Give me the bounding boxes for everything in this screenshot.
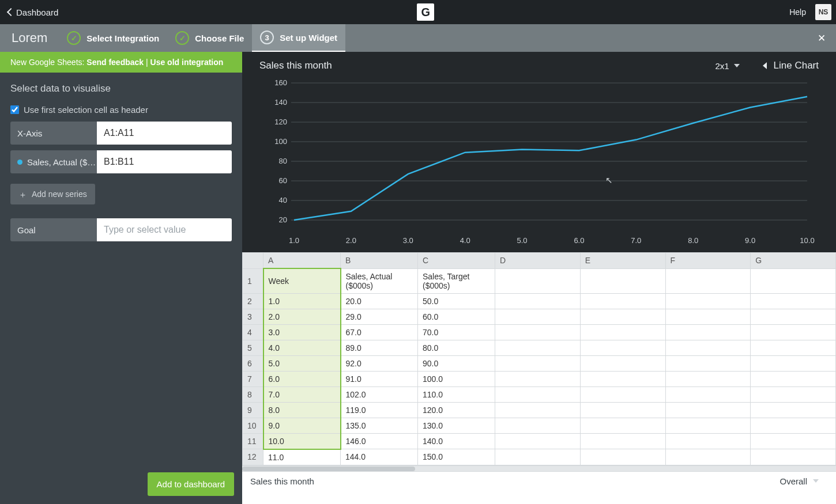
cell[interactable]: 4.0 xyxy=(263,340,341,355)
cell[interactable]: 102.0 xyxy=(341,386,418,402)
cell[interactable] xyxy=(495,371,581,386)
cell[interactable] xyxy=(580,371,665,386)
row-header[interactable]: 5 xyxy=(243,340,263,355)
sheet-view-select[interactable]: Overall xyxy=(779,476,819,486)
cell[interactable] xyxy=(751,449,836,465)
sheet-table[interactable]: ABCDEFG1WeekSales, Actual ($000s)Sales, … xyxy=(242,252,836,465)
row-header[interactable]: 12 xyxy=(243,449,263,465)
user-avatar[interactable]: NS xyxy=(815,4,831,20)
cell[interactable] xyxy=(495,449,581,465)
cell[interactable]: 144.0 xyxy=(341,449,418,465)
cell[interactable] xyxy=(751,309,836,324)
cell[interactable] xyxy=(495,309,581,324)
step-set-up-widget[interactable]: 3 Set up Widget xyxy=(252,24,345,52)
cell[interactable]: 5.0 xyxy=(263,355,341,371)
scrollbar-thumb[interactable] xyxy=(242,467,415,471)
app-logo[interactable]: G xyxy=(417,3,434,21)
cell[interactable] xyxy=(580,309,665,324)
row-header[interactable]: 2 xyxy=(243,293,263,309)
cell[interactable] xyxy=(495,324,581,340)
cell[interactable]: 146.0 xyxy=(341,433,418,449)
use-first-header-toggle[interactable]: Use first selection cell as header xyxy=(10,105,232,115)
cell[interactable]: 3.0 xyxy=(263,324,341,340)
cell[interactable]: 135.0 xyxy=(341,418,418,433)
goal-input[interactable] xyxy=(97,218,232,241)
cell[interactable] xyxy=(665,324,751,340)
cell[interactable]: 89.0 xyxy=(341,340,418,355)
cell[interactable]: 7.0 xyxy=(263,386,341,402)
row-header[interactable]: 7 xyxy=(243,371,263,386)
cell[interactable]: 100.0 xyxy=(418,371,495,386)
cell[interactable]: 8.0 xyxy=(263,402,341,418)
col-header-G[interactable]: G xyxy=(751,253,836,269)
cell[interactable] xyxy=(580,340,665,355)
cell[interactable] xyxy=(751,402,836,418)
col-header-C[interactable]: C xyxy=(418,253,495,269)
help-link[interactable]: Help xyxy=(789,7,806,17)
cell[interactable]: 50.0 xyxy=(418,293,495,309)
cell[interactable]: 90.0 xyxy=(418,355,495,371)
cell[interactable]: Week xyxy=(263,268,341,293)
cell[interactable]: 67.0 xyxy=(341,324,418,340)
close-button[interactable]: ✕ xyxy=(807,32,836,44)
cell[interactable] xyxy=(665,268,751,293)
chart-type-select[interactable]: Line Chart xyxy=(763,60,819,71)
cell[interactable]: Sales, Target ($000s) xyxy=(418,268,495,293)
widget-size-select[interactable]: 2x1 xyxy=(715,61,739,71)
cell[interactable] xyxy=(495,418,581,433)
cell[interactable] xyxy=(665,402,751,418)
cell[interactable]: 29.0 xyxy=(341,309,418,324)
cell[interactable] xyxy=(751,371,836,386)
cell[interactable] xyxy=(665,309,751,324)
cell[interactable] xyxy=(665,371,751,386)
cell[interactable] xyxy=(495,386,581,402)
cell[interactable] xyxy=(751,386,836,402)
row-header[interactable]: 11 xyxy=(243,433,263,449)
cell[interactable] xyxy=(495,268,581,293)
cell[interactable]: 80.0 xyxy=(418,340,495,355)
cell[interactable] xyxy=(580,386,665,402)
cell[interactable] xyxy=(580,355,665,371)
col-header-B[interactable]: B xyxy=(341,253,418,269)
cell[interactable]: 140.0 xyxy=(418,433,495,449)
cell[interactable] xyxy=(751,355,836,371)
cell[interactable] xyxy=(580,268,665,293)
cell[interactable] xyxy=(495,293,581,309)
use-first-header-checkbox[interactable] xyxy=(10,105,19,114)
xaxis-input[interactable] xyxy=(97,122,232,145)
row-header[interactable]: 6 xyxy=(243,355,263,371)
cell[interactable]: 91.0 xyxy=(341,371,418,386)
back-to-dashboard[interactable]: Dashboard xyxy=(5,5,62,20)
cell[interactable] xyxy=(665,355,751,371)
row-header[interactable]: 8 xyxy=(243,386,263,402)
cell[interactable]: 1.0 xyxy=(263,293,341,309)
cell[interactable] xyxy=(751,433,836,449)
cell[interactable] xyxy=(665,386,751,402)
cell[interactable] xyxy=(665,449,751,465)
row-header[interactable]: 10 xyxy=(243,418,263,433)
cell[interactable]: 150.0 xyxy=(418,449,495,465)
cell[interactable] xyxy=(495,355,581,371)
cell[interactable]: 119.0 xyxy=(341,402,418,418)
cell[interactable]: 6.0 xyxy=(263,371,341,386)
cell[interactable]: 10.0 xyxy=(263,433,341,449)
cell[interactable]: 130.0 xyxy=(418,418,495,433)
cell[interactable]: 9.0 xyxy=(263,418,341,433)
row-header[interactable]: 9 xyxy=(243,402,263,418)
cell[interactable] xyxy=(665,293,751,309)
cell[interactable]: 11.0 xyxy=(263,449,341,465)
cell[interactable] xyxy=(580,433,665,449)
cell[interactable] xyxy=(495,340,581,355)
step-choose-file[interactable]: ✓ Choose File xyxy=(167,24,252,52)
cell[interactable] xyxy=(665,418,751,433)
cell[interactable] xyxy=(580,418,665,433)
cell[interactable] xyxy=(580,293,665,309)
row-header[interactable]: 4 xyxy=(243,324,263,340)
series1-input[interactable] xyxy=(97,150,232,173)
cell[interactable]: 70.0 xyxy=(418,324,495,340)
cell[interactable] xyxy=(751,293,836,309)
cell[interactable]: 120.0 xyxy=(418,402,495,418)
col-header-A[interactable]: A xyxy=(263,253,341,269)
cell[interactable]: 20.0 xyxy=(341,293,418,309)
col-header-F[interactable]: F xyxy=(665,253,751,269)
